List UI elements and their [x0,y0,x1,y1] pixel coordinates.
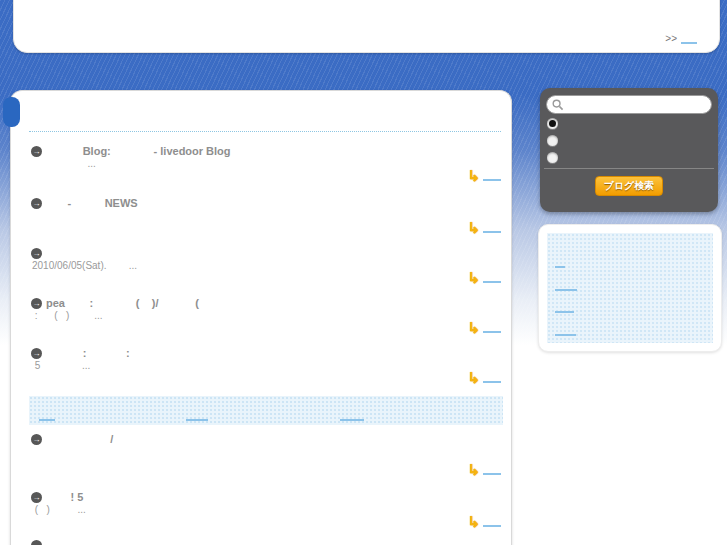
more-link[interactable] [483,517,501,527]
arrow-circle-icon: → [31,248,42,259]
banner-link[interactable] [340,411,364,421]
result-title-link[interactable]: ! 5 [46,491,505,503]
more-link[interactable] [483,223,501,233]
result-snippet: ... [32,158,96,169]
more-row: ↳ [467,167,501,185]
result-snippet: 2010/06/05(Sat). ... [32,260,137,271]
sidebar-link[interactable] [555,303,574,313]
list-item: → pea : ( )/ ( : ( ) ... ↳ [31,297,505,309]
jump-arrow-icon: ↳ [467,461,480,478]
sidebar-links-box [538,224,722,352]
sidebar-link[interactable] [555,281,577,291]
result-title-link[interactable] [46,247,505,259]
arrow-circle-icon: → [31,198,42,209]
list-item: → ! 5 ( ) ... ↳ [31,491,505,503]
panel-divider [544,168,714,169]
more-prefix: >> [665,33,677,44]
more-link[interactable] [483,273,501,283]
radio-option-1[interactable] [547,118,558,129]
list-item: → / ↳ [31,433,505,445]
header-more-link[interactable] [681,34,697,44]
jump-arrow-icon: ↳ [467,269,480,286]
more-row: ↳ [467,269,501,287]
jump-arrow-icon: ↳ [467,319,480,336]
more-row: ↳ [467,369,501,387]
blog-search-button[interactable]: ブログ検索 [595,176,663,196]
sidebar-link[interactable] [555,258,565,268]
result-title-link[interactable]: - NEWS [46,197,505,209]
arrow-circle-icon: → [31,492,42,503]
list-item: → 2010/06/05(Sat). ... ↳ [31,247,505,259]
results-card: → Blog: - livedoor Blog ... ↳ → - NEWS ↳… [10,90,512,545]
result-snippet: : ( ) ... [32,310,103,321]
promo-banner [29,396,503,425]
arrow-circle-icon: → [31,298,42,309]
more-row: ↳ [467,219,501,237]
dotted-separator [29,131,501,132]
result-title-link[interactable]: : : [46,347,505,359]
side-tab [3,97,20,127]
jump-arrow-icon: ↳ [467,167,480,184]
header-card: >> [13,0,720,53]
radio-option-2[interactable] [547,135,558,146]
arrow-circle-icon: → [31,348,42,359]
list-item: → : : 5 ... ↳ [31,347,505,359]
result-title-link[interactable]: / [46,433,505,445]
header-more-row: >> [665,33,697,44]
sidebar-link[interactable] [555,326,576,336]
result-title-link[interactable] [46,539,505,545]
radio-option-3[interactable] [547,152,558,163]
result-snippet: 5 ... [32,360,90,371]
blog-search-panel: ブログ検索 [540,88,718,212]
more-link[interactable] [483,373,501,383]
jump-arrow-icon: ↳ [467,219,480,236]
more-link[interactable] [483,323,501,333]
arrow-circle-icon: → [31,540,42,545]
result-snippet: ( ) ... [32,504,86,515]
list-item: → [31,539,505,545]
more-link[interactable] [483,465,501,475]
more-row: ↳ [467,319,501,337]
list-item: → Blog: - livedoor Blog ... ↳ [31,145,505,157]
list-item: → - NEWS ↳ [31,197,505,209]
arrow-circle-icon: → [31,146,42,157]
sidebar-links-area [547,233,713,343]
banner-link[interactable] [186,411,208,421]
more-row: ↳ [467,513,501,531]
result-title-link[interactable]: pea : ( )/ ( [46,297,505,309]
jump-arrow-icon: ↳ [467,513,480,530]
arrow-circle-icon: → [31,434,42,445]
banner-link[interactable] [39,411,55,421]
search-input[interactable] [546,95,712,114]
more-link[interactable] [483,171,501,181]
jump-arrow-icon: ↳ [467,369,480,386]
result-title-link[interactable]: Blog: - livedoor Blog [46,145,505,157]
more-row: ↳ [467,461,501,479]
